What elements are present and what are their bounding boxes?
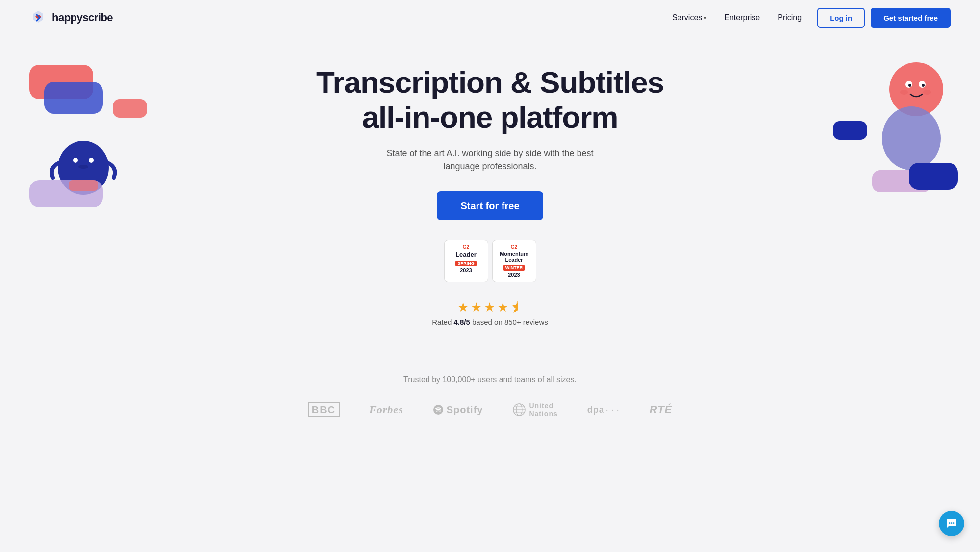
trusted-section: Trusted by 100,000+ users and teams of a… (0, 356, 980, 447)
spotify-icon (433, 404, 444, 415)
chevron-down-icon: ▾ (704, 15, 706, 21)
nav-pricing[interactable]: Pricing (778, 13, 802, 22)
dpa-logo: dpa • • • (587, 405, 620, 415)
svg-point-14 (900, 90, 908, 95)
svg-rect-18 (872, 170, 931, 192)
g2-badges: G2 Leader SPRING 2023 G2 MomentumLeader … (444, 240, 536, 282)
star-5: ⯨ (510, 300, 523, 315)
rating-value: 4.8/5 (453, 318, 470, 326)
svg-point-6 (78, 165, 88, 169)
svg-point-4 (73, 158, 78, 163)
svg-rect-17 (833, 121, 867, 140)
logo-icon (29, 9, 47, 26)
svg-rect-1 (44, 82, 103, 114)
g2-badge-momentum: G2 MomentumLeader WINTER 2023 (492, 240, 536, 282)
svg-point-5 (89, 158, 94, 163)
svg-rect-0 (29, 65, 93, 99)
signup-button[interactable]: Get started free (871, 8, 951, 28)
forbes-logo: Forbes (369, 403, 403, 416)
chat-icon (946, 518, 957, 529)
logo-link[interactable]: happyscribe (29, 9, 113, 26)
star-rating: ★ ★ ★ ★ ⯨ (457, 300, 523, 315)
left-illustration (20, 55, 157, 212)
star-4: ★ (497, 300, 508, 315)
star-2: ★ (471, 300, 482, 315)
navbar: happyscribe Services ▾ Enterprise Pricin… (0, 0, 980, 35)
hero-subtitle: State of the art A.I. working side by si… (382, 147, 598, 174)
nav-buttons: Log in Get started free (817, 8, 951, 28)
spotify-logo: Spotify (433, 404, 483, 416)
hero-section: Transcription & Subtitles all-in-one pla… (0, 35, 980, 356)
star-3: ★ (484, 300, 495, 315)
un-logo: United Nations (512, 402, 557, 418)
svg-point-16 (882, 106, 941, 170)
un-icon (512, 403, 526, 417)
star-1: ★ (457, 300, 469, 315)
svg-point-10 (905, 81, 912, 88)
svg-point-13 (922, 84, 925, 87)
rte-logo: RTÉ (650, 403, 673, 416)
svg-rect-7 (29, 180, 103, 207)
nav-links: Services ▾ Enterprise Pricing (672, 13, 802, 22)
nav-services[interactable]: Services ▾ (672, 13, 706, 22)
hero-title: Transcription & Subtitles all-in-one pla… (309, 65, 672, 135)
start-free-button[interactable]: Start for free (437, 191, 543, 220)
bbc-logo: BBC (308, 404, 340, 416)
svg-point-11 (919, 81, 926, 88)
rating-section: ★ ★ ★ ★ ⯨ Rated 4.8/5 based on 850+ revi… (432, 300, 548, 326)
chat-button[interactable] (939, 511, 964, 536)
g2-badge-leader: G2 Leader SPRING 2023 (444, 240, 488, 282)
trusted-logos: BBC Forbes Spotify (308, 402, 673, 418)
logo-text: happyscribe (52, 11, 113, 24)
right-illustration (833, 55, 960, 202)
svg-rect-8 (69, 180, 98, 191)
svg-point-9 (889, 62, 943, 116)
svg-point-15 (923, 90, 931, 95)
nav-enterprise[interactable]: Enterprise (724, 13, 760, 22)
login-button[interactable]: Log in (817, 8, 865, 28)
rating-text: Rated 4.8/5 based on 850+ reviews (432, 318, 548, 326)
svg-point-12 (908, 84, 911, 87)
svg-rect-2 (113, 99, 147, 118)
svg-rect-19 (909, 163, 958, 190)
svg-point-3 (58, 141, 109, 195)
trusted-label: Trusted by 100,000+ users and teams of a… (403, 375, 577, 384)
